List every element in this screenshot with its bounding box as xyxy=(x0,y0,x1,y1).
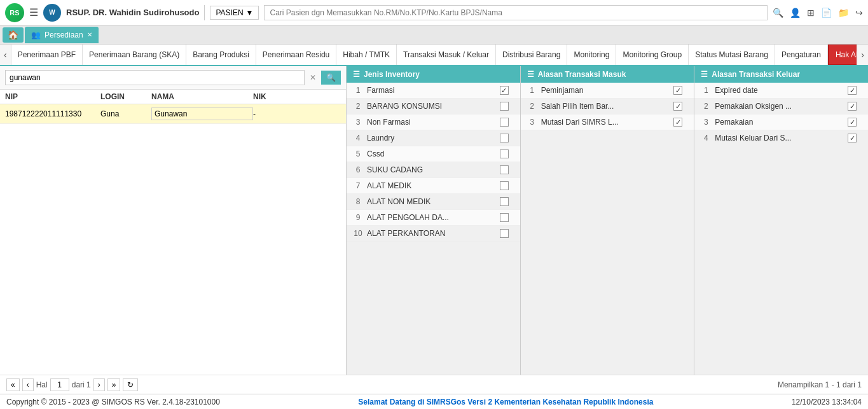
cell-nik: - xyxy=(253,109,317,118)
pasien-label: PASIEN xyxy=(216,8,243,17)
item-checkbox[interactable]: ✓ xyxy=(673,86,682,95)
list-item[interactable]: 3 Mutasi Dari SIMRS L... ✓ xyxy=(521,114,694,130)
item-checkbox[interactable]: ✓ xyxy=(673,102,682,111)
item-label: ALAT PENGOLAH DA... xyxy=(367,213,497,222)
list-item[interactable]: 2 Pemakaian Oksigen ... ✓ xyxy=(694,99,868,114)
list-item[interactable]: 4 Laundry xyxy=(347,130,520,146)
footer: Copyright © 2015 - 2023 @ SIMGOS RS Ver.… xyxy=(0,394,868,409)
item-number: 7 xyxy=(352,181,364,190)
list-item[interactable]: 1 Peminjaman ✓ xyxy=(521,83,694,99)
item-label: ALAT PERKANTORAN xyxy=(367,229,497,238)
item-label: ALAT MEDIK xyxy=(367,181,497,190)
item-checkbox[interactable] xyxy=(500,197,509,206)
item-checkbox[interactable]: ✓ xyxy=(848,118,857,127)
tab-close-icon[interactable]: ✕ xyxy=(87,31,92,38)
navbar-item-barang-produksi[interactable]: Barang Produksi xyxy=(186,45,256,66)
item-label: Salah Pilih Item Bar... xyxy=(541,102,672,111)
jenis-inventory-header: ☰ Jenis Inventory xyxy=(347,66,520,83)
item-checkbox[interactable] xyxy=(500,181,509,190)
navbar-item-status-mutasi[interactable]: Status Mutasi Barang xyxy=(689,45,775,66)
item-checkbox[interactable]: ✓ xyxy=(673,118,682,127)
navbar-item-penerimaan-residu[interactable]: Penerimaan Residu xyxy=(256,45,336,66)
pasien-button[interactable]: PASIEN ▼ xyxy=(210,6,259,20)
refresh-btn[interactable]: ↻ xyxy=(123,378,138,391)
list-item[interactable]: 5 Cssd xyxy=(347,146,520,162)
item-number: 1 xyxy=(699,86,712,95)
item-checkbox[interactable] xyxy=(500,229,509,238)
folder-icon[interactable]: 📁 xyxy=(838,8,849,18)
list-item[interactable]: 9 ALAT PENGOLAH DA... xyxy=(347,210,520,226)
list-item[interactable]: 7 ALAT MEDIK xyxy=(347,178,520,194)
item-number: 2 xyxy=(352,102,364,111)
navbar-item-penerimaan-pbf[interactable]: Penerimaan PBF xyxy=(11,45,83,66)
search-clear-icon[interactable]: ✕ xyxy=(307,72,319,83)
menu-icon[interactable]: ☰ xyxy=(29,6,38,18)
hospital-logo: W xyxy=(43,4,61,22)
document-icon[interactable]: 📄 xyxy=(821,8,832,18)
item-checkbox[interactable] xyxy=(500,165,509,174)
navbar-prev-arrow[interactable]: ‹ xyxy=(0,45,11,65)
list-item[interactable]: 3 Pemakaian ✓ xyxy=(694,114,868,130)
table-row[interactable]: 198712222011111330 Guna Gunawan - xyxy=(0,104,346,124)
alasan-keluar-content: 1 Expired date ✓ 2 Pemakaian Oksigen ...… xyxy=(694,83,868,375)
item-checkbox[interactable]: ✓ xyxy=(848,102,857,111)
footer-center-text: Selamat Datang di SIMRSGos Versi 2 Kemen… xyxy=(220,398,792,406)
list-item[interactable]: 1 Farmasi ✓ xyxy=(347,83,520,99)
search-input[interactable] xyxy=(5,70,305,85)
navbar-item-penerimaan-ska[interactable]: Penerimaan Barang (SKA) xyxy=(83,45,186,66)
item-checkbox[interactable]: ✓ xyxy=(848,86,857,95)
item-number: 5 xyxy=(352,149,364,158)
search-icon[interactable]: 🔍 xyxy=(773,8,783,18)
grid-icon[interactable]: ⊞ xyxy=(807,8,815,18)
item-checkbox[interactable] xyxy=(500,102,509,111)
list-item[interactable]: 6 SUKU CADANG xyxy=(347,162,520,178)
persediaan-tab[interactable]: 👥 Persediaan ✕ xyxy=(25,27,99,43)
navbar-item-hak-akses[interactable]: Hak Akses xyxy=(828,45,857,66)
list-item[interactable]: 8 ALAT NON MEDIK xyxy=(347,194,520,210)
item-number: 4 xyxy=(352,134,364,142)
navbar-item-pengaturan[interactable]: Pengaturan xyxy=(775,45,828,66)
item-checkbox[interactable] xyxy=(500,134,509,142)
page-next-btn[interactable]: › xyxy=(93,378,105,391)
jenis-inventory-title: Jenis Inventory xyxy=(364,70,420,79)
item-number: 4 xyxy=(699,134,712,142)
cell-login: Guna xyxy=(100,109,151,118)
search-bar: ✕ 🔍 xyxy=(0,66,346,90)
item-label: Pemakaian xyxy=(715,118,845,127)
alasan-keluar-title: Alasan Transaksi Keluar xyxy=(712,70,800,79)
footer-copyright: Copyright © 2015 - 2023 @ SIMGOS RS Ver.… xyxy=(6,398,220,406)
right-panels: ☰ Jenis Inventory 1 Farmasi ✓ 2 BARANG K… xyxy=(347,66,868,375)
item-number: 8 xyxy=(352,197,364,206)
jenis-inventory-panel: ☰ Jenis Inventory 1 Farmasi ✓ 2 BARANG K… xyxy=(347,66,521,375)
add-user-icon[interactable]: 👤 xyxy=(790,8,801,18)
navbar-item-distribusi[interactable]: Distribusi Barang xyxy=(496,45,567,66)
list-item[interactable]: 4 Mutasi Keluar Dari S... ✓ xyxy=(694,130,868,146)
navbar-item-monitoring[interactable]: Monitoring xyxy=(567,45,616,66)
tab-persediaan-icon: 👥 xyxy=(31,31,41,39)
list-item[interactable]: 2 BARANG KONSUMSI xyxy=(347,99,520,114)
table-header: NIP LOGIN NAMA NIK xyxy=(0,90,346,104)
item-checkbox[interactable] xyxy=(500,149,509,158)
item-label: Mutasi Dari SIMRS L... xyxy=(541,118,672,127)
list-item[interactable]: 10 ALAT PERKANTORAN xyxy=(347,226,520,242)
page-last-btn[interactable]: » xyxy=(107,378,121,391)
navbar-item-hibah[interactable]: Hibah / TMTK xyxy=(336,45,397,66)
logout-icon[interactable]: ↪ xyxy=(855,8,863,18)
item-checkbox[interactable]: ✓ xyxy=(500,86,509,95)
page-number-input[interactable] xyxy=(50,378,69,391)
item-checkbox[interactable] xyxy=(500,118,509,127)
page-prev-btn[interactable]: ‹ xyxy=(22,378,34,391)
search-button[interactable]: 🔍 xyxy=(321,71,341,85)
page-first-btn[interactable]: « xyxy=(6,378,20,391)
list-item[interactable]: 2 Salah Pilih Item Bar... ✓ xyxy=(521,99,694,114)
list-item[interactable]: 1 Expired date ✓ xyxy=(694,83,868,99)
item-checkbox[interactable]: ✓ xyxy=(848,134,857,142)
item-label: Expired date xyxy=(715,86,845,95)
item-checkbox[interactable] xyxy=(500,213,509,222)
navbar-item-monitoring-group[interactable]: Monitoring Group xyxy=(616,45,689,66)
list-item[interactable]: 3 Non Farmasi xyxy=(347,114,520,130)
navbar-next-arrow[interactable]: › xyxy=(857,45,868,65)
global-search-input[interactable] xyxy=(264,5,768,20)
home-tab[interactable]: 🏠 xyxy=(3,27,24,43)
navbar-item-transaksi[interactable]: Transaksi Masuk / Keluar xyxy=(397,45,496,66)
